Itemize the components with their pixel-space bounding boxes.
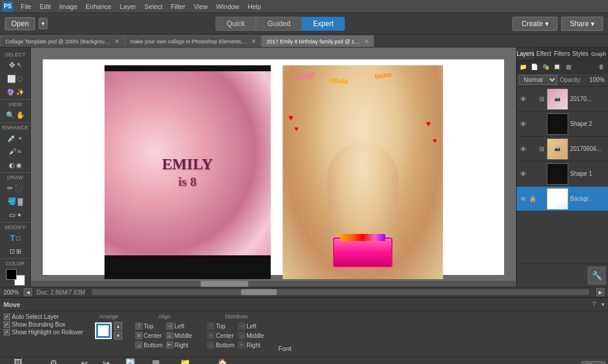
create-button[interactable]: Create ▾ <box>512 17 557 31</box>
align-center-h[interactable]: ≡ Center <box>134 331 164 340</box>
arrange-down-arrow[interactable]: ▼ <box>114 331 122 340</box>
home-screen-button[interactable]: 🏠 Home Screen <box>202 357 242 364</box>
panel-tab-styles[interactable]: Styles <box>572 48 590 60</box>
redo-button[interactable]: ↪ Redo <box>97 357 117 364</box>
align-left[interactable]: ⊣ Left <box>165 322 195 330</box>
zoom-tool[interactable]: 🔍 ✋ <box>2 109 28 122</box>
show-bbox-label[interactable]: Show Bounding Box <box>4 321 83 328</box>
collapse-icon[interactable]: ▾ <box>601 301 604 308</box>
distribute-right[interactable]: ⊢ Right <box>237 341 267 349</box>
blur-icon: ◉ <box>16 162 22 169</box>
tab-2-close[interactable]: ✕ <box>251 38 256 45</box>
panel-footer-icon[interactable]: 🔧 <box>588 267 606 284</box>
panel-tab-layers[interactable]: Layers <box>517 48 535 60</box>
layer-item-5[interactable]: 👁 🔒 Backgr... <box>517 186 608 211</box>
distribute-middle[interactable]: ⊥ Middle <box>237 331 267 340</box>
new-layer-icon[interactable]: 📄 <box>529 62 540 72</box>
layer-5-visibility[interactable]: 👁 <box>519 195 527 203</box>
document-tab-1[interactable]: Collage Template.psd @ 200% (Background,… <box>0 35 125 47</box>
layer-4-visibility[interactable]: 👁 <box>519 170 527 178</box>
document-tab-3[interactable]: 2017 Emily 8 birthday family.psd @ 19.3%… <box>261 35 374 47</box>
distribute-top[interactable]: ⊤ Top <box>206 322 236 330</box>
blend-mode-select[interactable]: Normal Multiply Screen <box>519 75 558 85</box>
pencil-tool[interactable]: ✏ ⬛ <box>2 182 28 195</box>
photo-bin-button[interactable]: 🖼 Photo Bin <box>2 357 33 364</box>
status-next-arrow[interactable]: ▶ <box>596 288 604 296</box>
fill-icon[interactable]: ▦ <box>563 62 574 72</box>
distribute-bottom[interactable]: ⊥ Bottom <box>206 341 236 349</box>
menu-filter[interactable]: Filter <box>167 2 189 11</box>
show-highlight-label[interactable]: Show Highlight on Rollover <box>4 329 83 335</box>
align-bottom[interactable]: ⊥ Bottom <box>134 341 164 349</box>
quick-select-tool[interactable]: 🔮 ✨ <box>2 86 28 99</box>
more-button[interactable]: More <box>581 361 606 364</box>
brush-tool[interactable]: 🖌 ≈ <box>2 145 28 159</box>
document-tab-2[interactable]: make your own collage in Photoshop Eleme… <box>125 35 261 47</box>
menu-enhance[interactable]: Enhance <box>81 2 115 11</box>
smart-filter-icon[interactable]: 🎭 <box>540 62 551 72</box>
crop-tool[interactable]: ⊡ ⊞ <box>2 245 28 258</box>
layer-item-2[interactable]: 👁 Shape 2 <box>517 112 608 137</box>
share-button[interactable]: Share ▾ <box>561 17 603 31</box>
paint-bucket-tool[interactable]: 🪣 ▓ <box>2 195 28 208</box>
menu-help[interactable]: Help <box>243 2 265 11</box>
tab-3-close[interactable]: ✕ <box>364 38 369 45</box>
dodge-tool[interactable]: ◐ ◉ <box>2 159 28 172</box>
layer-1-visibility[interactable]: 👁 <box>519 95 527 103</box>
tab-expert[interactable]: Expert <box>302 17 345 31</box>
delete-layer-icon[interactable]: 🗑 <box>596 62 607 72</box>
menu-image[interactable]: Image <box>55 2 82 11</box>
open-button[interactable]: Open <box>5 17 35 30</box>
align-right[interactable]: ⊢ Right <box>165 341 195 349</box>
move-tool[interactable]: ✥ ↖ <box>2 59 28 72</box>
menu-file[interactable]: File <box>17 2 36 11</box>
show-bbox-checkbox[interactable] <box>4 321 10 328</box>
eyedropper-tool[interactable]: 💉 ⚬ <box>2 132 28 145</box>
canvas-scrollbar-h[interactable] <box>31 281 516 287</box>
menu-window[interactable]: Window <box>212 2 243 11</box>
panel-tab-filters[interactable]: Filters <box>553 48 572 60</box>
menu-edit[interactable]: Edit <box>36 2 55 11</box>
layer-item-3[interactable]: 👁 ⛓ 📷 20170606... <box>517 137 608 162</box>
menu-view[interactable]: View <box>189 2 212 11</box>
layer-item-4[interactable]: 👁 Shape 1 <box>517 162 608 186</box>
new-group-icon[interactable]: 📁 <box>518 62 528 72</box>
arrange-up-arrow[interactable]: ▲ <box>114 322 122 330</box>
open-dropdown-arrow[interactable]: ▾ <box>39 18 48 29</box>
distribute-left[interactable]: ⊣ Left <box>237 322 267 330</box>
color-swatches[interactable] <box>6 269 25 286</box>
adjustment-icon[interactable]: 🔲 <box>552 62 562 72</box>
layer-item-1[interactable]: 👁 ⛓ 📷 20170... <box>517 87 608 112</box>
align-top[interactable]: ⊤ Top <box>134 322 164 330</box>
auto-select-checkbox[interactable] <box>4 314 10 320</box>
scrollbar-track[interactable] <box>92 289 589 295</box>
rotate-button[interactable]: 🔄 Rotate <box>119 357 142 364</box>
tab-guided[interactable]: Guided <box>256 17 302 31</box>
canvas-area[interactable]: EMILY is 8 Congr atula tions ♥ <box>31 48 516 287</box>
layer-2-visibility[interactable]: 👁 <box>519 120 527 128</box>
layout-button[interactable]: ▦ Layout <box>144 357 167 364</box>
rectangular-marquee-tool[interactable]: ⬜ ◌ <box>2 72 28 86</box>
tab-1-close[interactable]: ✕ <box>115 38 119 45</box>
organizer-button[interactable]: 📁 Organizer <box>170 357 201 364</box>
undo-button[interactable]: ↩ Undo <box>74 357 94 364</box>
auto-select-label[interactable]: Auto Select Layer <box>4 314 83 320</box>
align-middle[interactable]: ⊥ Middle <box>165 331 195 340</box>
panel-tab-graph[interactable]: Graph <box>590 48 608 60</box>
bottom-toolbar-header: Move ? ▾ <box>0 298 608 311</box>
show-highlight-checkbox[interactable] <box>4 329 10 335</box>
type-tool[interactable]: T □ <box>2 232 28 245</box>
distribute-center[interactable]: ≡ Center <box>206 331 236 340</box>
layer-3-visibility[interactable]: 👁 <box>519 145 527 153</box>
status-prev-arrow[interactable]: ◀ <box>24 288 32 296</box>
menu-select[interactable]: Select <box>140 2 167 11</box>
background-color[interactable] <box>6 269 17 280</box>
distribute-buttons: ⊤ Top ⊣ Left ≡ Center ⊥ Middle ⊥ Botto <box>206 322 266 349</box>
menu-layer[interactable]: Layer <box>116 2 141 11</box>
shape-tool[interactable]: ▭ ✦ <box>2 208 28 221</box>
panel-tab-effect[interactable]: Effect <box>535 48 553 60</box>
tab-quick[interactable]: Quick <box>216 17 256 31</box>
help-question-icon[interactable]: ? <box>592 301 596 308</box>
left-toolbar: SELECT ✥ ↖ ⬜ ◌ 🔮 ✨ VIEW 🔍 ✋ ENHANCE 💉 ⚬ … <box>0 48 31 287</box>
tool-options-button[interactable]: ⚙ Tool Options <box>35 357 72 364</box>
